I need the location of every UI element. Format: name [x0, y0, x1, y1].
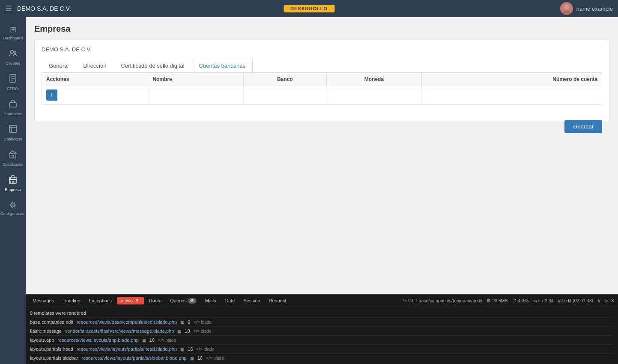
user-name: name example: [576, 6, 613, 12]
page-body: Empresa DEMO S.A. DE C.V. General Direcc…: [26, 17, 618, 294]
log-lines-count: 16: [149, 337, 155, 343]
log-name: layouts.partials.head: [30, 346, 73, 352]
sidebar-item-catalogos[interactable]: Catálogos: [0, 120, 26, 146]
log-lines-count: 10: [185, 328, 190, 334]
debug-bar-info: ↪ GET base/companies/{company}/edit ⚙ 23…: [403, 298, 615, 303]
debug-tab-exceptions[interactable]: Exceptions: [85, 297, 115, 304]
debug-folder-icon[interactable]: 🗂: [603, 298, 608, 303]
tab-general[interactable]: General: [42, 59, 76, 72]
sidebar-item-clientes[interactable]: Clientes: [0, 45, 26, 70]
debug-tab-mails[interactable]: Mails: [202, 297, 220, 304]
debug-chevron-icon[interactable]: ∨: [597, 298, 601, 303]
add-account-button[interactable]: +: [46, 90, 57, 101]
add-cell: +: [42, 86, 148, 104]
debug-close-icon[interactable]: ✕: [611, 298, 615, 303]
col-moneda: Moneda: [326, 73, 422, 86]
time-info: ⏱ 4.36s: [512, 298, 529, 303]
debug-tab-messages[interactable]: Messages: [29, 297, 57, 304]
svg-rect-13: [12, 155, 14, 158]
log-lines-count: 16: [188, 346, 193, 352]
svg-point-2: [11, 51, 14, 54]
moneda-cell: [326, 86, 422, 104]
user-area: name example: [560, 2, 613, 15]
sidebar-item-label: CFDi's: [7, 86, 19, 91]
dashboard-icon: ⊞: [10, 25, 16, 34]
numero-cell: [422, 86, 602, 104]
productos-icon: [9, 99, 17, 110]
log-file: resources/views/layouts/app.blade.php: [57, 337, 139, 343]
log-name: layouts.partials.sidebar: [30, 355, 78, 361]
debug-bar-body: 9 templates were rendered base.companies…: [26, 307, 618, 364]
sidebar-item-dashboard[interactable]: ⊞ Dashboard: [0, 21, 26, 45]
log-file: vendor/laracasts/flash/src/views/message…: [65, 328, 174, 334]
debug-bar-tabs: Messages Timeline Exceptions Views9 Rout…: [26, 294, 618, 307]
catalogos-icon: [9, 125, 17, 135]
debug-tab-gate[interactable]: Gate: [221, 297, 239, 304]
banco-cell: [244, 86, 327, 104]
top-header: ☰ DEMO S.A. DE C.V. DESARROLLO name exam…: [0, 0, 618, 17]
col-nombre: Nombre: [148, 73, 244, 86]
sidebar-item-empresa[interactable]: Empresa: [0, 171, 26, 196]
sidebar-item-productos[interactable]: Productos: [0, 95, 26, 120]
cuentas-table-wrapper: Acciones Nombre Banco Moneda Número de c…: [42, 72, 602, 104]
log-file: resources/views/layouts/partials/sidebar…: [82, 355, 187, 361]
main-content: Empresa DEMO S.A. DE C.V. General Direcc…: [26, 17, 618, 364]
menu-icon[interactable]: ☰: [5, 4, 12, 13]
col-banco: Banco: [244, 73, 327, 86]
table-row-add: +: [42, 86, 602, 104]
debug-log-0: base.companies.edit resources/views/base…: [30, 318, 614, 327]
sidebar-item-label: Sucursales: [3, 162, 23, 167]
debug-tab-queries[interactable]: Queries39: [167, 297, 200, 304]
debug-log-3: layouts.partials.head resources/views/la…: [30, 345, 614, 354]
debug-tab-route[interactable]: Route: [146, 297, 165, 304]
env-badge: DESARROLLO: [284, 5, 334, 12]
grid-icon: ▦: [180, 320, 184, 325]
sidebar-item-cfdis[interactable]: CFDi's: [0, 70, 26, 95]
log-tag: </> blade: [158, 338, 176, 343]
log-name: flash::message: [30, 328, 62, 334]
nombre-cell: [148, 86, 244, 104]
route-icon: ↪ GET base/companies/{company}/edit: [403, 298, 482, 303]
layout: ⊞ Dashboard Clientes: [0, 17, 618, 364]
debug-tab-timeline[interactable]: Timeline: [59, 297, 84, 304]
clientes-icon: [9, 49, 17, 60]
sidebar: ⊞ Dashboard Clientes: [0, 17, 26, 364]
tab-cuentas[interactable]: Cuentas bancarias: [192, 59, 253, 72]
grid-icon: ▦: [180, 347, 184, 352]
memory-info: ⚙ 23.5MB: [487, 298, 508, 303]
sidebar-item-configuracion[interactable]: ⚙ Configuración: [0, 196, 26, 220]
configuracion-icon: ⚙: [9, 200, 16, 210]
col-numero: Número de cuenta: [422, 73, 602, 86]
debug-tab-request[interactable]: Request: [266, 297, 290, 304]
debug-log-1: flash::message vendor/laracasts/flash/sr…: [30, 327, 614, 336]
sidebar-item-sucursales[interactable]: Sucursales: [0, 146, 26, 171]
log-tag: </> blade: [206, 356, 224, 361]
grid-icon: ▦: [142, 338, 146, 343]
sidebar-item-label: Productos: [4, 111, 22, 116]
tab-direccion[interactable]: Dirección: [76, 59, 113, 72]
sidebar-item-label: Catálogos: [4, 137, 22, 141]
sidebar-item-label: Clientes: [6, 61, 20, 66]
svg-rect-8: [9, 103, 16, 107]
log-lines-count: 6: [188, 319, 190, 325]
tab-certificado[interactable]: Certificado de sello digital: [113, 59, 191, 72]
debug-summary-text: 9 templates were rendered: [30, 310, 86, 316]
svg-rect-9: [9, 125, 16, 132]
log-tag: </> blade: [194, 320, 212, 325]
extra-info: #2 edit (02:01:43): [558, 298, 593, 303]
log-file: resources/views/layouts/partials/head.bl…: [77, 346, 177, 352]
cuentas-table: Acciones Nombre Banco Moneda Número de c…: [42, 73, 602, 104]
debug-tab-views[interactable]: Views9: [117, 297, 144, 304]
grid-icon: ▦: [190, 356, 194, 361]
card-footer: Guardar: [42, 104, 602, 113]
guardar-button[interactable]: Guardar: [564, 120, 602, 133]
debug-log-4: layouts.partials.sidebar resources/views…: [30, 354, 614, 362]
sucursales-icon: [9, 150, 17, 161]
page-title: Empresa: [34, 24, 609, 34]
log-tag: </> blade: [194, 329, 212, 334]
grid-icon: ▦: [177, 329, 181, 334]
debug-tab-session[interactable]: Session: [240, 297, 263, 304]
log-file: resources/views/base/companies/edit.blad…: [77, 319, 177, 325]
sidebar-item-label: Configuración: [0, 211, 26, 216]
log-lines-count: 16: [197, 355, 203, 361]
